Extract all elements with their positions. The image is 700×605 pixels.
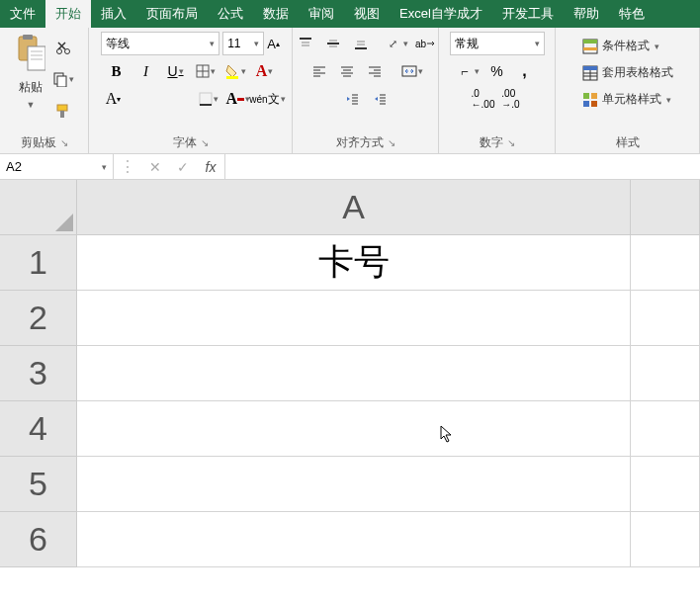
tab-special[interactable]: 特色 bbox=[609, 0, 655, 28]
cell-B3[interactable] bbox=[631, 346, 700, 401]
cell-styles-icon bbox=[582, 92, 598, 108]
column-header-A[interactable]: A bbox=[77, 180, 631, 235]
name-box[interactable]: A2▾ bbox=[0, 154, 114, 179]
cell-styles-button[interactable]: 单元格样式▾ bbox=[580, 89, 673, 110]
cell-A2[interactable] bbox=[77, 291, 631, 346]
tab-custom[interactable]: Excel自学成才 bbox=[390, 0, 492, 28]
font-size-select[interactable]: 11▾ bbox=[222, 32, 264, 55]
svg-rect-40 bbox=[402, 66, 416, 76]
border-button[interactable]: ▾ bbox=[194, 59, 218, 83]
svg-rect-61 bbox=[591, 101, 597, 107]
bold-button[interactable]: B bbox=[105, 59, 129, 83]
tab-insert[interactable]: 插入 bbox=[91, 0, 136, 28]
cell-A6[interactable] bbox=[77, 512, 631, 567]
svg-rect-15 bbox=[226, 76, 238, 79]
group-styles: 条件格式▾ 套用表格格式 单元格样式▾ 样式 bbox=[556, 28, 700, 153]
align-bottom-button[interactable] bbox=[349, 32, 373, 55]
merge-button[interactable]: ▾ bbox=[400, 59, 424, 83]
cell-B6[interactable] bbox=[631, 512, 700, 567]
row-header-1[interactable]: 1 bbox=[0, 235, 77, 291]
underline-button[interactable]: U▾ bbox=[164, 59, 188, 83]
tab-view[interactable]: 视图 bbox=[344, 0, 390, 28]
row-header-3[interactable]: 3 bbox=[0, 346, 77, 401]
fill-color-red-button[interactable]: A▾ bbox=[226, 87, 250, 111]
group-alignment: ⤢▾ ab ▾ 对齐方式↘ bbox=[293, 28, 439, 153]
enter-button[interactable]: ✓ bbox=[169, 159, 197, 175]
tab-review[interactable]: 审阅 bbox=[299, 0, 344, 28]
align-right-button[interactable] bbox=[363, 59, 387, 83]
increase-font-button[interactable]: A▴ bbox=[267, 37, 280, 51]
cell-B2[interactable] bbox=[631, 291, 700, 346]
fill-color-button[interactable]: ▾ bbox=[223, 59, 247, 83]
tab-dev[interactable]: 开发工具 bbox=[492, 0, 564, 28]
align-middle-button[interactable] bbox=[321, 32, 345, 55]
formula-input[interactable] bbox=[225, 154, 700, 179]
select-all-corner[interactable] bbox=[0, 180, 77, 235]
percent-button[interactable]: % bbox=[485, 59, 509, 83]
increase-decimal-button[interactable]: .0←.00 bbox=[472, 87, 495, 111]
tab-file[interactable]: 文件 bbox=[0, 0, 45, 28]
wrap-text-button[interactable]: ab bbox=[414, 32, 438, 55]
cell-B4[interactable] bbox=[631, 401, 700, 457]
increase-indent-button[interactable] bbox=[368, 87, 392, 111]
svg-rect-60 bbox=[583, 101, 589, 107]
align-left-button[interactable] bbox=[307, 59, 331, 83]
namebox-expand-button[interactable]: ⋮ bbox=[114, 157, 141, 176]
number-format-select[interactable]: 常规▾ bbox=[450, 32, 545, 55]
font-name-select[interactable]: 等线▾ bbox=[101, 32, 219, 55]
cell-B1[interactable] bbox=[631, 235, 700, 291]
comma-button[interactable]: , bbox=[513, 59, 537, 83]
cell-A1[interactable]: 卡号 bbox=[77, 235, 631, 291]
svg-rect-59 bbox=[591, 93, 597, 99]
row-header-5[interactable]: 5 bbox=[0, 457, 77, 512]
cell-A4[interactable] bbox=[77, 401, 631, 457]
svg-rect-16 bbox=[200, 93, 212, 105]
svg-text:⌐: ⌐ bbox=[461, 64, 469, 78]
formula-bar: A2▾ ⋮ ✕ ✓ fx bbox=[0, 154, 700, 180]
decrease-indent-button[interactable] bbox=[340, 87, 364, 111]
fx-button[interactable]: fx bbox=[197, 159, 224, 175]
cut-button[interactable] bbox=[51, 36, 75, 59]
decrease-font-button[interactable]: A▾ bbox=[102, 87, 126, 111]
svg-rect-54 bbox=[583, 66, 597, 70]
dialog-launcher-icon[interactable]: ↘ bbox=[201, 137, 209, 148]
row-header-6[interactable]: 6 bbox=[0, 512, 77, 567]
conditional-format-icon bbox=[582, 39, 598, 54]
tab-home[interactable]: 开始 bbox=[45, 0, 91, 28]
cell-A5[interactable] bbox=[77, 457, 631, 512]
svg-rect-51 bbox=[583, 40, 597, 43]
tab-help[interactable]: 帮助 bbox=[564, 0, 609, 28]
column-header-next[interactable] bbox=[631, 180, 700, 235]
align-top-button[interactable] bbox=[294, 32, 317, 55]
cell-A3[interactable] bbox=[77, 346, 631, 401]
italic-button[interactable]: I bbox=[134, 59, 158, 83]
worksheet-grid[interactable]: A 1 卡号 2 3 4 5 6 bbox=[0, 180, 700, 567]
format-as-table-button[interactable]: 套用表格格式 bbox=[580, 62, 675, 83]
cancel-button[interactable]: ✕ bbox=[141, 159, 169, 175]
paste-split-button[interactable]: 粘贴 ▼ bbox=[14, 32, 47, 110]
accounting-button[interactable]: ⌐▾ bbox=[458, 59, 481, 83]
format-painter-button[interactable] bbox=[51, 99, 75, 123]
chevron-down-icon: ▼ bbox=[27, 100, 36, 110]
table-format-icon bbox=[582, 65, 598, 81]
decrease-decimal-button[interactable]: .00→.0 bbox=[499, 87, 523, 111]
cell-B5[interactable] bbox=[631, 457, 700, 512]
copy-button[interactable]: ▾ bbox=[51, 67, 75, 91]
orientation-button[interactable]: ⤢▾ bbox=[387, 32, 410, 55]
dialog-launcher-icon[interactable]: ↘ bbox=[507, 137, 515, 148]
conditional-format-button[interactable]: 条件格式▾ bbox=[580, 36, 661, 56]
align-center-button[interactable] bbox=[335, 59, 359, 83]
dialog-launcher-icon[interactable]: ↘ bbox=[388, 137, 395, 148]
tab-formulas[interactable]: 公式 bbox=[208, 0, 253, 28]
font-color-button[interactable]: A▾ bbox=[253, 59, 277, 83]
dialog-launcher-icon[interactable]: ↘ bbox=[60, 137, 68, 148]
row-header-4[interactable]: 4 bbox=[0, 401, 77, 457]
ribbon-tabs: 文件 开始 插入 页面布局 公式 数据 审阅 视图 Excel自学成才 开发工具… bbox=[0, 0, 700, 28]
paste-icon bbox=[14, 32, 47, 75]
tab-data[interactable]: 数据 bbox=[253, 0, 299, 28]
phonetic-button[interactable]: wén文▾ bbox=[256, 87, 280, 111]
row-header-2[interactable]: 2 bbox=[0, 291, 77, 346]
svg-rect-10 bbox=[57, 105, 67, 111]
border-bottom-button[interactable]: ▾ bbox=[197, 87, 220, 111]
tab-pagelayout[interactable]: 页面布局 bbox=[136, 0, 208, 28]
